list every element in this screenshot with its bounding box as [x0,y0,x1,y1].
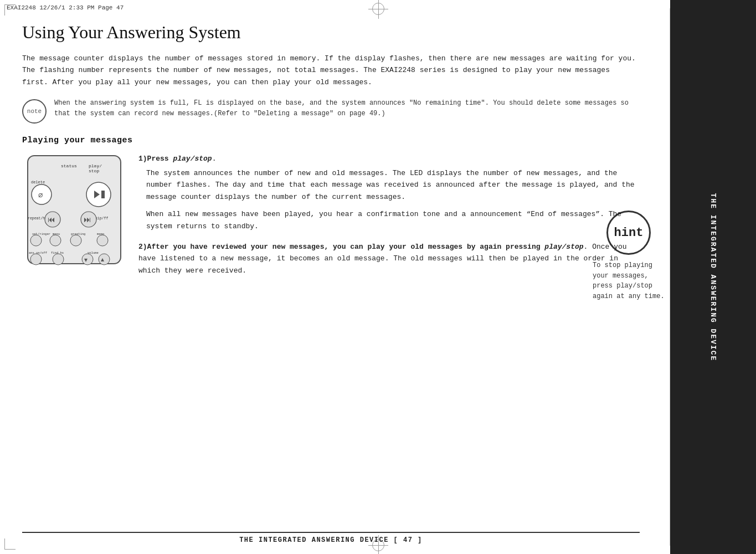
note-circle: note [22,99,47,124]
device-image: status play/ stop delete ⌀ repeat/hew s [22,153,127,269]
svg-text:⏭: ⏭ [84,216,91,224]
svg-text:delete: delete [31,180,45,184]
step-2-action: play/stop [544,243,583,251]
main-content: Using Your Answering System The message … [22,22,640,526]
svg-point-28 [53,254,64,265]
print-header: EXAI2248 12/26/1 2:33 PM Page 47 [7,4,124,11]
svg-text:play/: play/ [89,163,102,168]
footer: THE INTEGRATED ANSWERING DEVICE [ 47 ] [22,532,640,544]
step-1-period: . [212,155,217,163]
right-sidebar: THE INTEGRATED ANSWERING DEVICE [670,0,756,554]
step-2-number: 2)After you have reviewed your new messa… [138,243,544,251]
playing-layout: status play/ stop delete ⌀ repeat/hew s [22,153,640,285]
step-1-header: 1)Press play/stop. [138,153,640,165]
svg-text:▴: ▴ [101,256,104,264]
crop-mark-tl [4,4,16,16]
svg-point-29 [82,254,93,265]
sidebar-label: THE INTEGRATED ANSWERING DEVICE [709,193,717,361]
svg-text:▾: ▾ [84,257,88,264]
steps-content: 1)Press play/stop. The system announces … [138,153,640,285]
note-box: note When the answering system is full, … [22,98,640,124]
device-svg: status play/ stop delete ⌀ repeat/hew s [22,153,127,269]
crop-mark-bl [4,538,16,550]
step-1-detail-2: When all new messages have been played, … [146,208,640,232]
step-1-action: play/stop [173,155,212,163]
svg-point-23 [97,235,108,246]
reg-mark-top [372,3,384,15]
svg-point-21 [50,235,61,246]
svg-text:⏮: ⏮ [48,216,55,224]
svg-rect-9 [101,191,105,198]
intro-paragraph: The message counter displays the number … [22,53,640,88]
svg-text:⌀: ⌀ [38,191,43,199]
note-text: When the answering system is full, FL is… [54,98,640,119]
step-2-content: 2)After you have reviewed your new messa… [138,241,640,276]
step-1-number: 1)Press [138,155,173,163]
svg-point-27 [30,254,42,265]
svg-point-22 [70,235,81,246]
svg-rect-0 [28,156,121,264]
step-1-detail-1: The system announces the number of new a… [146,167,640,203]
svg-text:stop: stop [89,168,99,173]
note-label: note [27,108,42,115]
page-title: Using Your Answering System [22,22,640,43]
svg-point-31 [99,254,110,265]
footer-text: THE INTEGRATED ANSWERING DEVICE [ 47 ] [239,536,423,544]
svg-point-20 [30,235,42,246]
svg-text:status: status [61,163,77,168]
section-heading: Playing your messages [22,136,640,145]
step-2: 2)After you have reviewed your new messa… [138,241,640,276]
step-1: 1)Press play/stop. The system announces … [138,153,640,232]
